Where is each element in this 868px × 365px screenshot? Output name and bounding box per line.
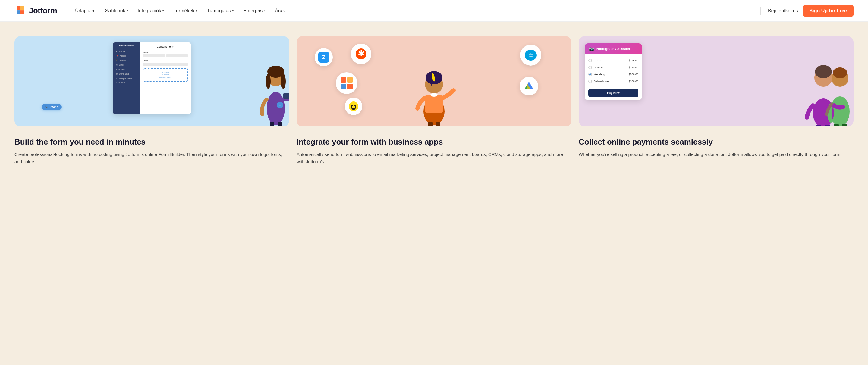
check-icon: ✓ xyxy=(116,77,118,80)
payment-form-title: Photography Session xyxy=(596,47,630,51)
feature-title-builder: Build the form you need in minutes xyxy=(14,137,289,147)
email-icon: ✉ xyxy=(116,64,118,66)
logo-link[interactable]: Jotform xyxy=(14,5,57,16)
navbar: Jotform Úrlapjaim Sablonok ▾ Integrációk… xyxy=(0,0,868,22)
email-label: Email xyxy=(143,60,188,62)
nav-item-arak[interactable]: Árak xyxy=(275,8,285,13)
name-label: Name xyxy=(143,51,188,53)
nav-link-termekek[interactable]: Termékek ▾ xyxy=(174,8,197,13)
payment-option-wedding[interactable]: Wedding $500.00 xyxy=(588,71,638,78)
nav-item-termekek[interactable]: Termékek ▾ xyxy=(174,8,197,13)
nav-item-tamogatas[interactable]: Támogatás ▾ xyxy=(207,8,234,13)
feature-item-integrations: Integrate your form with business apps A… xyxy=(297,137,571,165)
feature-item-builder: Build the form you need in minutes Creat… xyxy=(14,137,289,165)
hero-section: Form Elements T Textbox 📍 Adress 📞 Phone xyxy=(0,22,868,177)
nav-item-enterprise[interactable]: Enterprise xyxy=(243,8,265,13)
mailchimp-icon xyxy=(348,101,359,112)
main-nav: Úrlapjaim Sablonok ▾ Integrációk ▾ Termé… xyxy=(75,8,758,13)
integration-bubbles: Z ✱ sales force xyxy=(297,36,571,127)
svg-rect-9 xyxy=(270,122,274,127)
person-integrations-illustration xyxy=(410,48,458,127)
radio-inner-wedding xyxy=(589,73,591,75)
sidebar-item-email[interactable]: ✉ Email xyxy=(115,63,138,67)
svg-text:✱: ✱ xyxy=(358,49,365,58)
nav-item-sablonok[interactable]: Sablonok ▾ xyxy=(105,8,128,13)
svg-rect-36 xyxy=(428,122,433,127)
sidebar-item-star[interactable]: ★ Star Rating xyxy=(115,72,138,76)
nav-link-urlapjaim[interactable]: Úrlapjaim xyxy=(75,8,96,13)
svg-rect-20 xyxy=(347,77,352,82)
svg-rect-51 xyxy=(825,125,830,127)
svg-point-39 xyxy=(430,93,438,97)
babyshower-price: $200.00 xyxy=(628,80,638,83)
person-payments-illustration xyxy=(796,45,854,127)
nav-link-sablonok[interactable]: Sablonok ▾ xyxy=(105,8,128,13)
star-icon: ★ xyxy=(116,73,118,75)
svg-rect-53 xyxy=(842,124,847,127)
name-box-1 xyxy=(143,54,165,57)
phone-badge: 📞 Phone xyxy=(41,104,62,110)
form-builder-card: Form Elements T Textbox 📍 Adress 📞 Phone xyxy=(14,36,289,127)
wedding-price: $500.00 xyxy=(628,73,638,76)
jotform-bubble-icon xyxy=(340,76,353,90)
sidebar-item-textbox[interactable]: T Textbox xyxy=(115,49,138,54)
payment-option-outdoor[interactable]: Outdoor $225.00 xyxy=(588,64,638,71)
svg-rect-10 xyxy=(278,122,282,127)
email-input-mock xyxy=(143,63,188,66)
logo-text: Jotform xyxy=(29,6,57,15)
svg-marker-0 xyxy=(17,6,20,10)
radio-babyshower xyxy=(588,79,592,83)
svg-rect-21 xyxy=(341,84,346,89)
phone-icon: 📞 xyxy=(116,59,119,62)
indoor-price: $125.00 xyxy=(628,59,638,62)
sidebar-item-phone[interactable]: 📞 Phone xyxy=(115,58,138,63)
feature-desc-integrations: Automatically send form submissions to e… xyxy=(297,151,571,165)
nav-item-urlapjaim[interactable]: Úrlapjaim xyxy=(75,8,96,13)
outdoor-label: Outdoor xyxy=(594,66,604,69)
payments-card: 📷 Photography Session Indoor $125.00 xyxy=(579,36,854,127)
nav-link-tamogatas[interactable]: Támogatás ▾ xyxy=(207,8,234,13)
svg-text:Z: Z xyxy=(322,55,325,60)
nav-link-arak[interactable]: Árak xyxy=(275,8,285,13)
nav-item-integraciok[interactable]: Integrációk ▾ xyxy=(138,8,164,13)
indoor-label: Indoor xyxy=(594,59,601,62)
signup-button[interactable]: Sign Up for Free xyxy=(803,5,854,16)
payment-form-header: 📷 Photography Session xyxy=(585,43,642,54)
sidebar-item-more[interactable]: 100+ more... xyxy=(115,81,138,85)
feature-title-integrations: Integrate your form with business apps xyxy=(297,137,571,147)
zoom-icon: Z xyxy=(318,52,329,63)
svg-marker-3 xyxy=(20,10,24,14)
svg-rect-19 xyxy=(341,77,346,82)
name-input-mock xyxy=(143,54,188,57)
svg-text:sales: sales xyxy=(529,53,533,55)
sidebar-item-multiselect[interactable]: ✓ Multiple Select xyxy=(115,76,138,81)
zapier-icon: ✱ xyxy=(355,48,367,60)
jotform-logo-icon xyxy=(14,5,26,16)
svg-rect-11 xyxy=(283,93,289,99)
google-drive-bubble xyxy=(520,77,538,96)
sidebar-item-address[interactable]: 📍 Adress xyxy=(115,54,138,58)
pay-now-button[interactable]: Pay Now xyxy=(588,89,638,97)
svg-rect-50 xyxy=(816,125,821,127)
sidebar-item-product[interactable]: P Product... xyxy=(115,67,138,72)
feature-desc-builder: Create professional-looking forms with n… xyxy=(14,151,289,165)
svg-marker-28 xyxy=(524,84,527,90)
login-button[interactable]: Bejelentkezés xyxy=(763,6,803,16)
wedding-label: Wedding xyxy=(594,73,605,76)
features-text-row: Build the form you need in minutes Creat… xyxy=(14,137,854,177)
payment-option-babyshower[interactable]: Baby-shower $200.00 xyxy=(588,78,638,85)
integrations-card: Z ✱ sales force xyxy=(297,36,571,127)
nav-link-enterprise[interactable]: Enterprise xyxy=(243,8,265,13)
textbox-icon: T xyxy=(116,50,117,53)
form-mock-title: Contact Form xyxy=(143,45,188,48)
svg-rect-37 xyxy=(435,122,440,127)
camera-icon: 📷 xyxy=(589,46,594,51)
payment-option-indoor[interactable]: Indoor $125.00 xyxy=(588,57,638,64)
svg-point-7 xyxy=(266,74,271,89)
drag-drop-area: Add yourquestionwith drag & drop xyxy=(143,68,188,81)
salesforce-icon: sales force xyxy=(524,48,537,62)
nav-link-integraciok[interactable]: Integrációk ▾ xyxy=(138,8,164,13)
svg-point-46 xyxy=(833,67,847,78)
zapier-bubble: ✱ xyxy=(351,44,371,64)
svg-point-34 xyxy=(354,105,355,106)
